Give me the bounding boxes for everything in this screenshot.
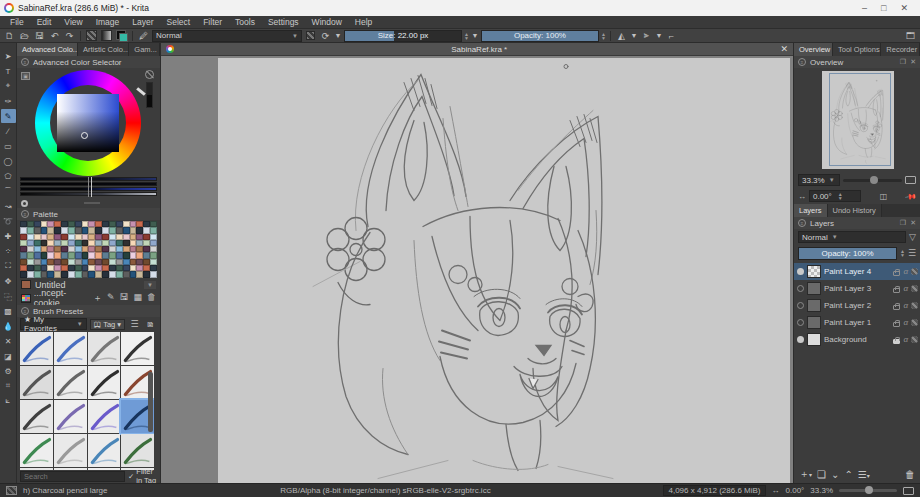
layer-properties-button[interactable]: ☰▾ (858, 469, 870, 480)
palette-swatch[interactable] (34, 271, 41, 277)
fit-page-icon[interactable] (903, 487, 914, 495)
tool-polyline[interactable]: ⌒ (1, 184, 16, 198)
foreground-background-color-icon[interactable] (115, 30, 128, 42)
alpha-lock-icon[interactable]: α (903, 301, 908, 310)
brush-search-input[interactable] (20, 471, 125, 482)
brush-preset-flask-alt[interactable] (20, 468, 53, 470)
menu-edit[interactable]: Edit (31, 17, 58, 27)
layer-row-background[interactable]: Backgroundα (794, 331, 920, 348)
palette-swatch[interactable] (143, 271, 150, 277)
canvas[interactable] (218, 58, 790, 483)
tag-button[interactable]: 🕮 Tag ▾ (90, 319, 125, 330)
menu-settings[interactable]: Settings (262, 17, 305, 27)
overview-view-rect[interactable] (829, 73, 891, 166)
add-swatch-icon[interactable]: ＋ (93, 292, 102, 305)
tab-artistic-colo-[interactable]: Artistic Colo... (78, 43, 129, 56)
brush-preset-pencil-4b[interactable] (54, 366, 87, 399)
brush-tag-filter-dropdown[interactable]: ★ My Favorites▼ (20, 318, 87, 330)
layer-row-paint-layer-2[interactable]: Paint Layer 2α (794, 297, 920, 314)
zoom-slider[interactable] (839, 489, 897, 492)
tab-advanced-colo-[interactable]: Advanced Colo... (17, 43, 78, 56)
shade-column[interactable] (146, 82, 153, 108)
new-document-icon[interactable]: 🗋 (3, 30, 16, 42)
tool-dynamic-brush[interactable]: ✚ (1, 229, 16, 243)
brush-preset-drop-soft[interactable] (54, 468, 87, 470)
inherit-alpha-icon[interactable] (911, 268, 918, 275)
save-palette-icon[interactable]: 🖫 (119, 292, 128, 305)
tool-gradient[interactable]: ▩ (1, 304, 16, 318)
menu-select[interactable]: Select (161, 17, 197, 27)
menu-help[interactable]: Help (349, 17, 378, 27)
tool-freehand-path[interactable]: ➰ (1, 214, 16, 228)
palette-grid[interactable] (20, 221, 157, 278)
opacity-spin-buttons[interactable]: ▲▼ (601, 32, 606, 40)
brush-preset-chaos-flask[interactable] (121, 434, 154, 467)
layer-lock-icon[interactable] (893, 322, 900, 327)
docker-menu-icon[interactable]: ≡ (21, 58, 29, 66)
brush-preset-wet-brush[interactable] (88, 400, 121, 433)
tool-polygon[interactable]: ⬠ (1, 169, 16, 183)
rotation-icon[interactable]: ↔ (772, 486, 780, 495)
layer-row-paint-layer-1[interactable]: Paint Layer 1α (794, 314, 920, 331)
wrap-around-icon[interactable]: ⫸ (640, 30, 653, 42)
document-subwindow-titlebar[interactable]: SabinaRef.kra * ✕ (161, 43, 793, 56)
alpha-lock-icon[interactable]: α (903, 318, 908, 327)
palette-swatch[interactable] (75, 271, 82, 277)
layer-visibility-icon[interactable] (797, 285, 804, 292)
brush-preset-bristle-brush[interactable] (54, 400, 87, 433)
palette-swatch[interactable] (116, 271, 123, 277)
add-layer-button[interactable]: ＋▾ (799, 467, 812, 481)
layer-blend-mode-dropdown[interactable]: Normal▼ (798, 231, 906, 243)
brush-preset-fine-liner[interactable] (88, 468, 121, 470)
layer-visibility-icon[interactable] (797, 302, 804, 309)
palette-swatch[interactable] (82, 271, 89, 277)
brush-preset-airbrush-soft[interactable] (20, 366, 53, 399)
menu-filter[interactable]: Filter (197, 17, 228, 27)
pin-docker-icon[interactable]: 📌 (904, 189, 917, 202)
palette-swatch[interactable] (27, 271, 34, 277)
pattern-icon[interactable] (85, 30, 98, 42)
layer-opacity-spin[interactable]: ▲▼ (900, 249, 905, 257)
palette-file-icon[interactable] (21, 294, 31, 303)
delete-swatch-icon[interactable]: 🗑 (147, 292, 156, 305)
reload-preset-icon[interactable]: ⟳ (319, 30, 332, 42)
palette-swatch[interactable] (102, 271, 109, 277)
palette-swatch[interactable] (54, 271, 61, 277)
edit-brush-settings-icon[interactable]: 🖉 (137, 30, 150, 42)
blending-mode-dropdown[interactable]: Normal▼ (152, 30, 302, 42)
tab-overview[interactable]: Overview (794, 43, 833, 56)
color-space-icon[interactable]: ▣ (21, 72, 30, 80)
brush-preset-eraser-blue[interactable] (20, 332, 53, 365)
delete-layer-button[interactable]: 🗑 (905, 469, 915, 480)
palette-swatch[interactable] (68, 271, 75, 277)
menu-tools[interactable]: Tools (229, 17, 261, 27)
palette-swatch[interactable] (95, 271, 102, 277)
move-layer-up-button[interactable]: ⌃ (844, 469, 852, 480)
tool-multibrush[interactable]: ⁘ (1, 244, 16, 258)
gradient-icon[interactable] (100, 30, 113, 42)
palette-view-icon[interactable]: ▦ (133, 292, 142, 305)
mirror-caret-icon[interactable]: ▼ (630, 30, 638, 42)
tab-recorder[interactable]: Recorder (881, 43, 920, 56)
tool-assistants[interactable]: ⌗ (1, 379, 16, 393)
tool-calligraphy[interactable]: ✑ (1, 94, 16, 108)
layer-options-icon[interactable]: ☰ (908, 248, 916, 258)
tool-measure[interactable]: ⟀ (1, 394, 16, 408)
close-button[interactable]: ✕ (900, 3, 908, 13)
no-color-icon[interactable] (145, 70, 154, 79)
brush-preset-ink-pen[interactable] (121, 332, 154, 365)
shade-selector-strips[interactable] (17, 176, 160, 198)
menu-layer[interactable]: Layer (126, 17, 159, 27)
filter-check-icon[interactable]: ✓ (128, 472, 134, 481)
menu-window[interactable]: Window (306, 17, 348, 27)
overview-zoom-dropdown[interactable]: 33.3%▼ (798, 174, 840, 186)
alpha-lock-icon[interactable]: α (903, 267, 908, 276)
layer-row-paint-layer-3[interactable]: Paint Layer 3α (794, 280, 920, 297)
layer-row-paint-layer-4[interactable]: Paint Layer 4α (794, 263, 920, 280)
inherit-alpha-icon[interactable] (911, 302, 918, 309)
tool-freehand-brush[interactable]: ✎ (1, 109, 16, 123)
docker-menu-icon[interactable]: ≡ (798, 219, 806, 227)
overview-zoom-slider[interactable] (843, 179, 902, 182)
mirror-view-icon[interactable]: ◫ (864, 192, 903, 201)
docker-menu-icon[interactable]: ≡ (798, 58, 806, 66)
